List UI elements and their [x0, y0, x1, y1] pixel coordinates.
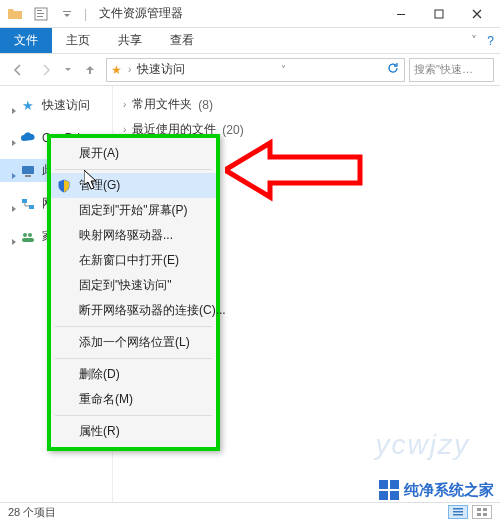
window-title: 文件资源管理器	[99, 5, 183, 22]
svg-rect-4	[63, 11, 71, 12]
chevron-right-icon: ›	[128, 64, 131, 75]
properties-icon[interactable]	[30, 3, 52, 25]
expand-toggle-icon[interactable]	[10, 104, 14, 108]
expand-toggle-icon[interactable]	[10, 169, 14, 173]
ctx-delete[interactable]: 删除(D)	[51, 362, 216, 387]
minimize-button[interactable]	[382, 0, 420, 28]
svg-rect-19	[483, 508, 487, 511]
svg-rect-5	[397, 14, 405, 15]
ctx-expand[interactable]: 展开(A)	[51, 141, 216, 166]
ctx-pin-start[interactable]: 固定到"开始"屏幕(P)	[51, 198, 216, 223]
ctx-properties[interactable]: 属性(R)	[51, 419, 216, 444]
qat-dropdown-icon[interactable]	[56, 3, 78, 25]
context-menu-highlight-box: 展开(A) 管理(G) 固定到"开始"屏幕(P) 映射网络驱动器... 在新窗口…	[47, 134, 220, 451]
help-icon[interactable]: ?	[487, 34, 494, 48]
view-toggle	[448, 505, 492, 519]
svg-rect-21	[483, 513, 487, 516]
group-count: (8)	[198, 98, 213, 112]
ctx-add-net-location[interactable]: 添加一个网络位置(L)	[51, 330, 216, 355]
ctx-manage[interactable]: 管理(G)	[51, 173, 216, 198]
homegroup-icon	[20, 229, 36, 245]
annotation-arrow	[225, 135, 365, 208]
view-large-icons-button[interactable]	[472, 505, 492, 519]
ctx-map-drive[interactable]: 映射网络驱动器...	[51, 223, 216, 248]
expand-toggle-icon[interactable]	[10, 202, 14, 206]
svg-rect-16	[453, 511, 463, 513]
pc-icon	[20, 163, 36, 179]
svg-rect-8	[25, 175, 31, 177]
close-button[interactable]	[458, 0, 496, 28]
cursor-icon	[84, 170, 100, 193]
search-placeholder: 搜索"快速…	[414, 62, 473, 77]
svg-rect-7	[22, 166, 34, 174]
folder-icon[interactable]	[4, 3, 26, 25]
quick-access-star-icon: ★	[111, 63, 122, 77]
ctx-open-new[interactable]: 在新窗口中打开(E)	[51, 248, 216, 273]
sidebar-item-label: 快速访问	[42, 97, 90, 114]
svg-rect-15	[453, 508, 463, 510]
nav-up-button[interactable]	[78, 58, 102, 82]
title-bar: | 文件资源管理器	[0, 0, 500, 28]
network-icon	[20, 196, 36, 212]
svg-rect-2	[37, 13, 44, 14]
ctx-separator	[55, 415, 212, 416]
ribbon-right: ˅ ?	[471, 28, 500, 53]
expand-toggle-icon[interactable]	[10, 235, 14, 239]
ribbon-expand-icon[interactable]: ˅	[471, 34, 477, 48]
svg-point-11	[23, 233, 27, 237]
tab-share[interactable]: 共享	[104, 28, 156, 53]
chevron-dropdown-icon[interactable]: ˅	[281, 64, 286, 75]
address-bar: ★ › 快速访问 ˅ 搜索"快速…	[0, 54, 500, 86]
window-controls	[382, 0, 496, 28]
status-item-count: 28 个项目	[8, 505, 56, 520]
svg-rect-6	[435, 10, 443, 18]
svg-rect-13	[22, 238, 34, 242]
svg-marker-14	[225, 143, 360, 197]
ctx-separator	[55, 169, 212, 170]
tab-view[interactable]: 查看	[156, 28, 208, 53]
search-input[interactable]: 搜索"快速…	[409, 58, 494, 82]
ctx-rename[interactable]: 重命名(M)	[51, 387, 216, 412]
svg-point-12	[28, 233, 32, 237]
svg-rect-3	[37, 16, 43, 17]
nav-back-button[interactable]	[6, 58, 30, 82]
quick-launch: | 文件资源管理器	[4, 3, 183, 25]
expand-toggle-icon[interactable]	[10, 136, 14, 140]
context-menu: 展开(A) 管理(G) 固定到"开始"屏幕(P) 映射网络驱动器... 在新窗口…	[51, 138, 216, 447]
cloud-icon	[20, 130, 36, 146]
shield-icon	[57, 179, 71, 193]
status-bar: 28 个项目	[0, 502, 500, 521]
breadcrumb-current[interactable]: 快速访问	[137, 61, 185, 78]
refresh-icon[interactable]	[386, 61, 400, 78]
ctx-pin-quick[interactable]: 固定到"快速访问"	[51, 273, 216, 298]
sidebar-item-quick-access[interactable]: ★ 快速访问	[0, 94, 112, 117]
star-icon: ★	[20, 98, 36, 114]
tab-file[interactable]: 文件	[0, 28, 52, 53]
group-frequent-folders[interactable]: › 常用文件夹 (8)	[123, 96, 490, 113]
svg-rect-17	[453, 514, 463, 516]
svg-rect-1	[37, 10, 42, 11]
ctx-disconnect[interactable]: 断开网络驱动器的连接(C)...	[51, 298, 216, 323]
svg-rect-20	[477, 513, 481, 516]
tab-home[interactable]: 主页	[52, 28, 104, 53]
nav-recent-dropdown[interactable]	[62, 58, 74, 82]
svg-rect-9	[22, 199, 27, 203]
ctx-separator	[55, 326, 212, 327]
svg-rect-18	[477, 508, 481, 511]
address-box[interactable]: ★ › 快速访问 ˅	[106, 58, 405, 82]
ribbon-tabs: 文件 主页 共享 查看 ˅ ?	[0, 28, 500, 54]
group-label: 常用文件夹	[132, 96, 192, 113]
ctx-separator	[55, 358, 212, 359]
nav-forward-button[interactable]	[34, 58, 58, 82]
view-details-button[interactable]	[448, 505, 468, 519]
title-separator: |	[84, 7, 87, 21]
chevron-right-icon: ›	[123, 99, 126, 110]
maximize-button[interactable]	[420, 0, 458, 28]
